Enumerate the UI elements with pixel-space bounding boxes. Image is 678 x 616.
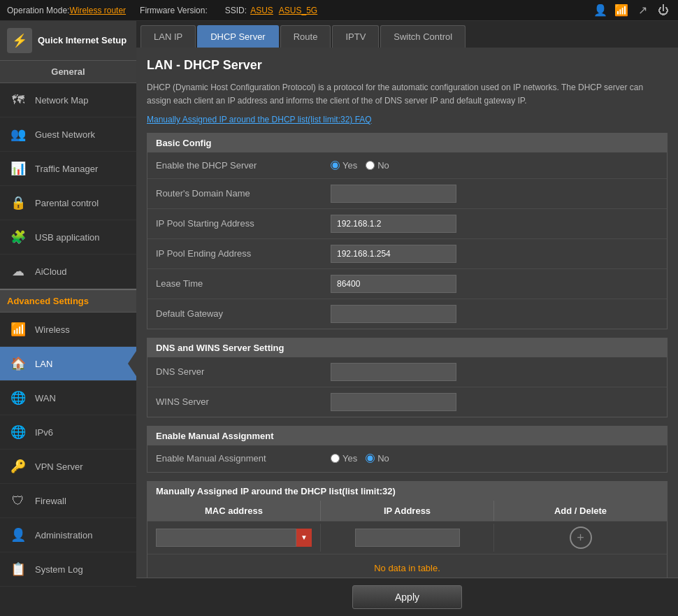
wireless-icon: 📶 [8, 320, 28, 339]
vpn-icon: 🔑 [8, 457, 28, 476]
sidebar-item-usb-application[interactable]: 🧩 USB application [0, 220, 136, 255]
manual-assign-control: Yes No [331, 453, 658, 464]
wins-server-label: WINS Server [156, 396, 331, 407]
sidebar-item-firewall[interactable]: 🛡 Firewall [0, 484, 136, 518]
aicloud-icon: ☁ [8, 262, 28, 281]
quick-setup-label: Quick Internet Setup [38, 35, 127, 47]
enable-dhcp-no[interactable]: No [366, 160, 389, 171]
ip-pool-end-input[interactable] [331, 245, 456, 263]
page-description: DHCP (Dynamic Host Configuration Protoco… [147, 81, 668, 108]
content-area: LAN - DHCP Server DHCP (Dynamic Host Con… [136, 48, 678, 578]
aicloud-label: AiCloud [35, 266, 67, 277]
topbar-icons: 👤 📶 ↗ ⏻ [593, 3, 671, 18]
domain-name-input[interactable] [331, 185, 456, 203]
tab-switch-control[interactable]: Switch Control [380, 25, 466, 48]
sidebar-item-guest-network[interactable]: 👥 Guest Network [0, 117, 136, 152]
mac-dropdown-button[interactable] [296, 529, 312, 547]
wifi-icon[interactable]: 📶 [614, 3, 629, 18]
lan-label: LAN [35, 359, 52, 369]
basic-config-section: Basic Config Enable the DHCP Server Yes … [147, 133, 668, 329]
enable-dhcp-control: Yes No [331, 160, 658, 171]
vpn-label: VPN Server [35, 461, 83, 472]
system-log-label: System Log [35, 564, 83, 575]
sidebar-item-vpn-server[interactable]: 🔑 VPN Server [0, 450, 136, 484]
sidebar-item-administration[interactable]: 👤 Administration [0, 518, 136, 552]
col-ip: IP Address [321, 501, 494, 521]
network-map-icon: 🗺 [8, 90, 28, 110]
ssid1-link[interactable]: ASUS [250, 6, 273, 15]
ip-pool-start-row: IP Pool Starting Address [147, 209, 667, 239]
manual-assign-yes[interactable]: Yes [331, 453, 357, 464]
manual-assign-no[interactable]: No [366, 453, 389, 464]
ssid2-link[interactable]: ASUS_5G [279, 6, 317, 15]
usb-application-label: USB application [35, 232, 100, 243]
domain-name-label: Router's Domain Name [156, 188, 331, 199]
apply-button[interactable]: Apply [352, 585, 462, 609]
parental-control-label: Parental control [35, 198, 99, 208]
administration-label: Administration [35, 530, 92, 540]
mode-link[interactable]: Wireless router [69, 6, 126, 15]
dns-server-control [331, 363, 658, 381]
tab-lan-ip[interactable]: LAN IP [140, 25, 196, 48]
ip-pool-end-label: IP Pool Ending Address [156, 248, 331, 259]
manual-assign-row: Enable Manual Assignment Yes No [147, 445, 667, 472]
ip-address-input[interactable] [355, 529, 460, 547]
ip-pool-end-row: IP Pool Ending Address [147, 239, 667, 269]
dns-wins-header: DNS and WINS Server Setting [147, 338, 667, 357]
default-gateway-label: Default Gateway [156, 308, 331, 319]
sidebar-item-traffic-manager[interactable]: 📊 Traffic Manager [0, 152, 136, 186]
dns-wins-body: DNS Server WINS Server [147, 357, 667, 417]
sidebar-item-system-log[interactable]: 📋 System Log [0, 552, 136, 587]
domain-name-row: Router's Domain Name [147, 179, 667, 209]
dns-server-label: DNS Server [156, 366, 331, 377]
manual-assign-label: Enable Manual Assignment [156, 453, 331, 464]
col-mac: MAC address [147, 501, 321, 521]
sidebar-item-ipv6[interactable]: 🌐 IPv6 [0, 415, 136, 450]
basic-config-header: Basic Config [147, 134, 667, 152]
dns-server-input[interactable] [331, 363, 456, 381]
traffic-manager-icon: 📊 [8, 159, 28, 178]
traffic-manager-label: Traffic Manager [35, 164, 98, 174]
tab-dhcp-server[interactable]: DHCP Server [197, 25, 279, 48]
wins-server-input[interactable] [331, 393, 456, 411]
enable-dhcp-radio-group: Yes No [331, 160, 389, 171]
ipv6-label: IPv6 [35, 427, 53, 438]
sidebar-item-network-map[interactable]: 🗺 Network Map [0, 83, 136, 117]
main-panel: LAN IP DHCP Server Route IPTV Switch Con… [136, 21, 678, 616]
manual-assign-radio-group: Yes No [331, 453, 389, 464]
enable-dhcp-yes[interactable]: Yes [331, 160, 357, 171]
sidebar-item-wan[interactable]: 🌐 WAN [0, 381, 136, 415]
ipv6-icon: 🌐 [8, 422, 28, 442]
quick-setup-icon: ⚡ [7, 28, 32, 53]
wins-server-row: WINS Server [147, 387, 667, 417]
general-section-header: General [0, 60, 136, 83]
topbar: Operation Mode: Wireless router Firmware… [0, 0, 678, 21]
ssid-label: SSID: [225, 6, 247, 15]
col-add-delete: Add / Delete [494, 501, 667, 521]
sidebar-item-lan[interactable]: 🏠 LAN [0, 347, 136, 381]
quick-setup-button[interactable]: ⚡ Quick Internet Setup [0, 21, 136, 60]
sidebar-item-aicloud[interactable]: ☁ AiCloud [0, 255, 136, 289]
firewall-label: Firewall [35, 496, 66, 506]
default-gateway-input[interactable] [331, 305, 456, 323]
sidebar-item-wireless[interactable]: 📶 Wireless [0, 313, 136, 347]
tab-iptv[interactable]: IPTV [332, 25, 379, 48]
ip-pool-start-input[interactable] [331, 215, 456, 233]
manual-table-header: Manually Assigned IP around the DHCP lis… [147, 482, 667, 501]
enable-dhcp-row: Enable the DHCP Server Yes No [147, 152, 667, 179]
power-icon[interactable]: ⏻ [656, 3, 671, 18]
lease-time-input[interactable] [331, 275, 456, 293]
share-icon[interactable]: ↗ [635, 3, 650, 18]
network-map-label: Network Map [35, 95, 89, 106]
firewall-icon: 🛡 [8, 491, 28, 510]
wins-server-control [331, 393, 658, 411]
sidebar-item-parental-control[interactable]: 🔒 Parental control [0, 186, 136, 220]
add-entry-button[interactable]: + [570, 527, 592, 549]
advanced-settings-header: Advanced Settings [0, 289, 136, 313]
user-icon[interactable]: 👤 [593, 3, 608, 18]
tab-route[interactable]: Route [280, 25, 331, 48]
mac-address-input[interactable] [156, 529, 296, 547]
faq-link[interactable]: Manually Assigned IP around the DHCP lis… [147, 115, 372, 124]
mac-input-cell [147, 524, 321, 552]
basic-config-body: Enable the DHCP Server Yes No Router's D… [147, 152, 667, 329]
